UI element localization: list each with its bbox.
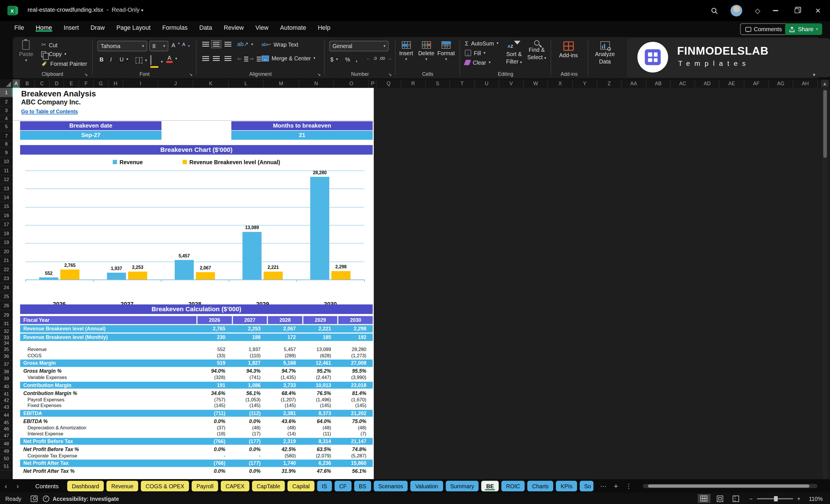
row-header-9[interactable]: 9 [0, 148, 12, 157]
column-header-T[interactable]: T [450, 80, 475, 88]
table-row-ebitda-[interactable]: EBITDA %0.0%0.0%43.6%64.0%75.0% [20, 418, 373, 425]
align-bottom-button[interactable] [225, 42, 231, 46]
column-header-L[interactable]: L [228, 80, 264, 88]
table-row-net-profit-after-tax[interactable]: Net Profit After Tax(766)(177)1,7406,236… [20, 460, 373, 467]
table-row-fixed-expenses[interactable]: Fixed Expenses(145)(145)(145)(145)(145) [20, 403, 373, 409]
zoom-slider[interactable] [757, 498, 793, 499]
increase-decimal-button[interactable]: ←.0 [366, 56, 377, 61]
designer-diamond-icon[interactable]: ◇ [751, 4, 765, 17]
select-all-corner[interactable] [0, 80, 12, 88]
column-header-Z[interactable]: Z [597, 80, 622, 88]
zoom-in-button[interactable]: + [797, 496, 800, 502]
table-row-depreciation-amortization[interactable]: Depreciation & Amortization(37)(48)(48)(… [20, 425, 373, 431]
clipboard-dialog-launcher[interactable]: ↘ [84, 72, 88, 77]
paste-button[interactable]: Paste ▾ [19, 40, 33, 63]
comments-button[interactable]: Comments [740, 23, 787, 35]
column-header-X[interactable]: X [548, 80, 573, 88]
sheet-tab-scenarios[interactable]: Scenarios [374, 481, 408, 492]
avatar[interactable] [730, 4, 743, 17]
months-to-breakeven-value[interactable]: 21 [231, 131, 373, 139]
row-header-21[interactable]: 21 [0, 256, 12, 265]
sheet-tab-so[interactable]: So [580, 481, 594, 492]
row-header-45[interactable]: 45 [0, 419, 12, 426]
delete-cells-button[interactable]: ✕ Delete▾ [418, 41, 434, 61]
row-header-3[interactable]: 3 [0, 106, 12, 115]
format-cells-button[interactable]: Format▾ [437, 41, 455, 61]
align-center-button[interactable] [213, 56, 220, 61]
fill-button[interactable]: ↓ Fill▾ [465, 50, 485, 56]
decrease-indent-button[interactable]: ⇦ [237, 56, 248, 62]
column-header-N[interactable]: N [299, 80, 334, 88]
borders-button[interactable]: ▾ [135, 57, 147, 63]
share-button[interactable]: Share▾ [785, 23, 822, 35]
column-header-K[interactable]: K [193, 80, 228, 88]
ribbon-tab-draw[interactable]: Draw [86, 21, 109, 33]
sheet-tab-revenue[interactable]: Revenue [106, 481, 138, 492]
table-row-contribution-margin[interactable]: Contribution Margin1911,0863,73310,01323… [20, 382, 373, 389]
grow-font-button[interactable]: A▴ [171, 42, 180, 48]
row-header-48[interactable]: 48 [0, 440, 12, 448]
align-top-button[interactable] [202, 42, 209, 46]
row-header-8[interactable]: 8 [0, 141, 12, 148]
row-header-51[interactable]: 51 [0, 463, 12, 471]
search-icon[interactable] [707, 4, 721, 17]
ribbon-tab-automate[interactable]: Automate [276, 21, 311, 33]
copy-button[interactable]: Copy▾ [41, 51, 66, 57]
comma-style-button[interactable]: , [356, 56, 357, 62]
row-header-50[interactable]: 50 [0, 455, 12, 463]
table-row-gross-margin-[interactable]: Gross Margin %94.0%94.3%94.7%95.2%95.5% [20, 368, 373, 375]
table-row-contribution-margin-[interactable]: Contribution Margin %34.6%56.1%68.4%76.5… [20, 389, 373, 397]
column-header-Y[interactable]: Y [573, 80, 597, 88]
italic-button[interactable]: I [110, 56, 111, 62]
sheet-tab-roic[interactable]: ROIC [501, 481, 525, 492]
row-header-41[interactable]: 41 [0, 391, 12, 397]
sheet-tab-summary[interactable]: Summary [446, 481, 479, 492]
sheet-tab-is[interactable]: IS [317, 481, 332, 492]
row-header-44[interactable]: 44 [0, 411, 12, 419]
column-header-Q[interactable]: Q [377, 80, 401, 88]
normal-view-button[interactable] [698, 494, 710, 503]
column-header-B[interactable]: B [20, 80, 35, 88]
autosum-button[interactable]: Σ AutoSum▾ [465, 40, 499, 46]
more-sheets-icon[interactable]: ⋯ [596, 482, 610, 490]
table-row-revenue-breakeven-level-monthly-[interactable]: Revenue Breakeven level (Monthly)2301881… [20, 333, 373, 341]
table-row-net-profit-before-tax-[interactable]: Net Profit Before Tax %0.0%0.0%42.5%63.5… [20, 446, 373, 453]
sheet-options-icon[interactable]: ⋮ [622, 482, 636, 490]
row-header-14[interactable]: 14 [0, 193, 12, 202]
row-header-49[interactable]: 49 [0, 448, 12, 455]
column-header-E[interactable]: E [64, 80, 79, 88]
page-layout-view-button[interactable] [713, 494, 726, 503]
zoom-level[interactable]: 110% [809, 496, 823, 502]
row-header-42[interactable]: 42 [0, 397, 12, 403]
orientation-button[interactable]: ab↗▾ [237, 41, 253, 48]
table-row-revenue[interactable]: Revenue5521,9375,45713,08928,280 [20, 347, 373, 353]
underline-button[interactable]: U▾ [120, 56, 128, 62]
row-header-7[interactable]: 7 [0, 131, 12, 141]
sheet-nav-left-icon[interactable]: ‹ [0, 482, 12, 490]
ribbon-tab-insert[interactable]: Insert [59, 21, 84, 33]
column-header-U[interactable]: U [475, 80, 499, 88]
addins-button[interactable]: Add-ins [559, 41, 578, 58]
column-header-AA[interactable]: AA [622, 80, 646, 88]
row-header-40[interactable]: 40 [0, 383, 12, 391]
font-dialog-launcher[interactable]: ↘ [189, 72, 192, 77]
sort-filter-button[interactable]: AZ Sort & Filter ▾ [506, 40, 522, 65]
font-size-combo[interactable]: 8▾ [149, 41, 168, 52]
row-header-17[interactable]: 17 [0, 220, 12, 229]
analyze-data-button[interactable]: Analyze Data [595, 41, 615, 64]
sheet-tab-cf[interactable]: CF [334, 481, 351, 492]
vertical-scrollbar[interactable] [823, 88, 827, 479]
document-title[interactable]: real-estate-crowdfunding.xlsx - Read-Onl… [28, 6, 143, 12]
ribbon-tab-view[interactable]: View [251, 21, 273, 33]
row-header-25[interactable]: 25 [0, 292, 12, 301]
merge-center-button[interactable]: ↔ Merge & Center▾ [261, 55, 315, 62]
row-header-12[interactable]: 12 [0, 175, 12, 184]
restore-button[interactable] [790, 4, 804, 17]
breakeven-date-value[interactable]: Sep-27 [20, 131, 161, 139]
increase-indent-button[interactable]: ⇨ [250, 56, 261, 62]
sheet-tab-valuation[interactable]: Valuation [410, 481, 443, 492]
accessibility-status[interactable]: Accessibility: Investigate [53, 496, 119, 502]
row-header-2[interactable]: 2 [0, 98, 12, 106]
row-header-20[interactable]: 20 [0, 247, 12, 256]
column-header-AC[interactable]: AC [671, 80, 695, 88]
